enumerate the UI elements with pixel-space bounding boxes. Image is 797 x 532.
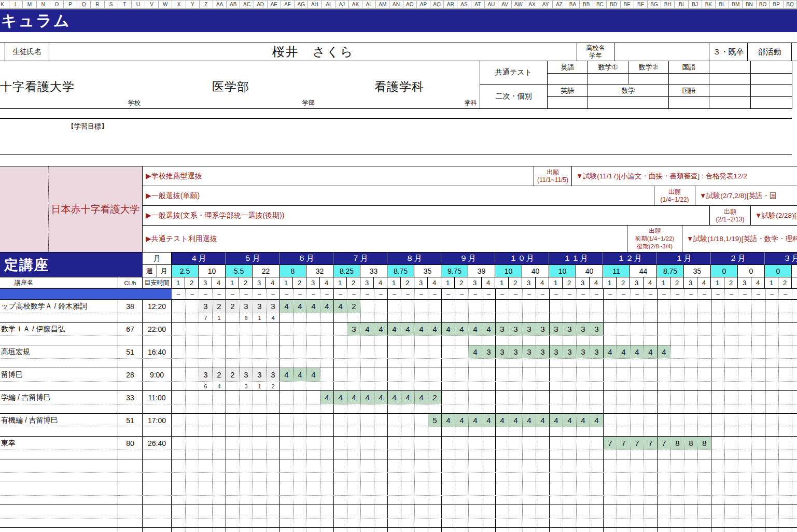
- week-value-cell[interactable]: [360, 368, 374, 381]
- week-value-cell[interactable]: [778, 528, 792, 532]
- column-header-cell[interactable]: AG: [295, 0, 308, 9]
- week-subvalue-cell[interactable]: [172, 336, 185, 345]
- week-value-cell[interactable]: [495, 482, 509, 495]
- week-value-cell[interactable]: [455, 391, 468, 404]
- week-value-cell[interactable]: [738, 437, 751, 450]
- week-subvalue-cell[interactable]: [360, 404, 374, 413]
- dash-cell[interactable]: –: [360, 289, 374, 299]
- week-subvalue-cell[interactable]: [306, 519, 320, 527]
- week-subvalue-cell[interactable]: [374, 313, 387, 322]
- week-value-cell[interactable]: [320, 505, 333, 518]
- week-value-cell[interactable]: 4: [333, 300, 347, 313]
- week-subvalue-cell[interactable]: [549, 359, 563, 368]
- week-value-cell[interactable]: 4: [441, 323, 455, 335]
- week-value-cell[interactable]: [293, 459, 306, 472]
- column-header-cell[interactable]: AA: [213, 0, 227, 9]
- week-subvalue-cell[interactable]: [657, 450, 670, 459]
- week-subvalue-cell[interactable]: 1: [212, 313, 226, 322]
- week-subvalue-cell[interactable]: [495, 404, 509, 413]
- column-header-cell[interactable]: BA: [566, 0, 580, 9]
- week-value-cell[interactable]: [684, 459, 697, 472]
- week-subvalue-cell[interactable]: [724, 336, 738, 345]
- week-value-cell[interactable]: [495, 300, 509, 313]
- week-value-cell[interactable]: [199, 414, 212, 427]
- week-subvalue-cell[interactable]: [644, 450, 657, 459]
- course-name-cell[interactable]: 学編 / 吉留博巳: [0, 391, 118, 404]
- column-header-cell[interactable]: BL: [716, 0, 729, 9]
- week-subvalue-cell[interactable]: [293, 519, 306, 527]
- course-time-subcell[interactable]: [143, 336, 172, 345]
- week-subvalue-cell[interactable]: [468, 313, 482, 322]
- week-value-cell[interactable]: [603, 414, 617, 427]
- week-subvalue-cell[interactable]: [792, 473, 797, 482]
- dash-cell[interactable]: –: [576, 289, 590, 299]
- course-clh-subcell[interactable]: [118, 382, 143, 390]
- sheet-title-cell[interactable]: キュラム: [0, 9, 797, 32]
- week-subvalue-cell[interactable]: [778, 313, 792, 322]
- week-value-cell[interactable]: [711, 482, 724, 495]
- week-value-cell[interactable]: [482, 505, 495, 518]
- dash-cell[interactable]: –: [387, 289, 401, 299]
- week-value-cell[interactable]: [414, 368, 428, 381]
- week-number-cell[interactable]: 2: [185, 277, 199, 288]
- week-value-cell[interactable]: [792, 459, 797, 472]
- week-value-cell[interactable]: [455, 437, 468, 450]
- week-subvalue-cell[interactable]: [522, 359, 536, 368]
- week-subvalue-cell[interactable]: [590, 404, 603, 413]
- student-name-cell[interactable]: 桜井 さくら: [49, 43, 577, 61]
- week-value-cell[interactable]: 4: [657, 345, 670, 358]
- week-value-cell[interactable]: [306, 414, 320, 427]
- week-value-cell[interactable]: [212, 459, 226, 472]
- course-name-cell[interactable]: 有機編 / 吉留博巳: [0, 414, 118, 427]
- admission-apply-cell[interactable]: 出願(2/1~2/13): [710, 206, 751, 225]
- week-value-cell[interactable]: [630, 459, 644, 472]
- week-subvalue-cell[interactable]: [482, 336, 495, 345]
- week-subvalue-cell[interactable]: [212, 450, 226, 459]
- week-value-cell[interactable]: [226, 459, 239, 472]
- week-subvalue-cell[interactable]: [414, 313, 428, 322]
- week-subvalue-cell[interactable]: [253, 496, 266, 505]
- week-value-cell[interactable]: 3: [495, 323, 509, 335]
- week-value-cell[interactable]: 4: [320, 300, 333, 313]
- secondary-test-label-cell[interactable]: 二次・個別: [480, 85, 548, 109]
- week-value-cell[interactable]: [253, 482, 266, 495]
- week-value-cell[interactable]: [226, 482, 239, 495]
- week-value-cell[interactable]: [724, 391, 738, 404]
- week-subvalue-cell[interactable]: [468, 382, 482, 390]
- week-value-cell[interactable]: 4: [509, 414, 522, 427]
- week-value-cell[interactable]: [360, 414, 374, 427]
- week-subvalue-cell[interactable]: [482, 496, 495, 505]
- week-value-cell[interactable]: [441, 391, 455, 404]
- week-value-cell[interactable]: [711, 368, 724, 381]
- week-subvalue-cell[interactable]: [711, 359, 724, 368]
- week-value-cell[interactable]: [630, 482, 644, 495]
- week-value-cell[interactable]: [536, 368, 549, 381]
- course-clh-cell[interactable]: 67: [118, 323, 143, 335]
- week-subvalue-cell[interactable]: [414, 427, 428, 436]
- week-value-cell[interactable]: [657, 505, 670, 518]
- week-value-cell[interactable]: 4: [279, 368, 293, 381]
- monthly-hours-cell[interactable]: 35: [684, 265, 711, 277]
- week-value-cell[interactable]: [751, 414, 765, 427]
- dash-cell[interactable]: –: [697, 289, 711, 299]
- course-name-subcell[interactable]: [0, 519, 118, 527]
- monthly-hours-cell[interactable]: 39: [468, 265, 495, 277]
- week-value-cell[interactable]: [670, 528, 684, 532]
- course-name-subcell[interactable]: [0, 359, 118, 368]
- monthly-hours-cell[interactable]: 40: [522, 265, 549, 277]
- week-value-cell[interactable]: [374, 368, 387, 381]
- week-value-cell[interactable]: [563, 528, 576, 532]
- week-subvalue-cell[interactable]: [306, 382, 320, 390]
- week-subvalue-cell[interactable]: [347, 336, 360, 345]
- week-value-cell[interactable]: [549, 300, 563, 313]
- week-value-cell[interactable]: 4: [414, 323, 428, 335]
- weekly-hours-cell[interactable]: 8: [279, 265, 306, 277]
- week-value-cell[interactable]: [603, 300, 617, 313]
- week-subvalue-cell[interactable]: [738, 473, 751, 482]
- week-value-cell[interactable]: [670, 482, 684, 495]
- column-header-cell[interactable]: BO: [757, 0, 770, 9]
- week-value-cell[interactable]: [468, 505, 482, 518]
- week-subvalue-cell[interactable]: [185, 496, 199, 505]
- course-clh-subcell[interactable]: [118, 496, 143, 505]
- week-number-cell[interactable]: 3: [360, 277, 374, 288]
